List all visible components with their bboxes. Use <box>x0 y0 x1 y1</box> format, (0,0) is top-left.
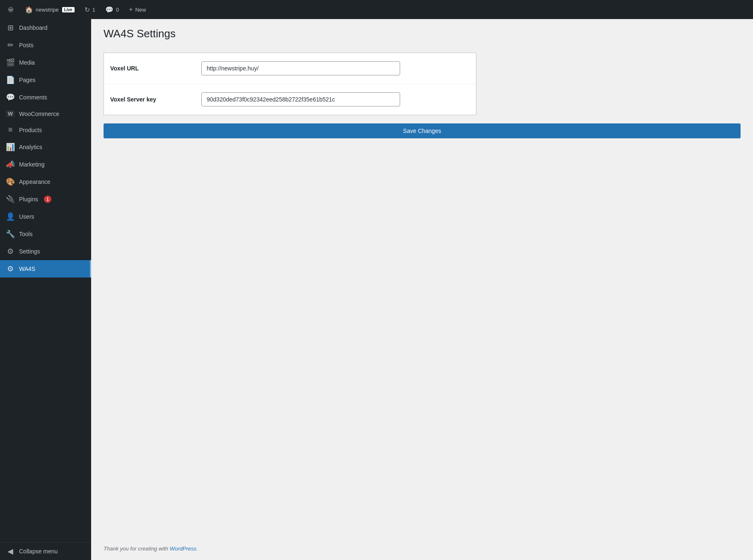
home-icon: 🏠 <box>25 6 33 14</box>
sidebar-item-media[interactable]: 🎬 Media <box>0 54 91 71</box>
comments-bar-item[interactable]: 💬 0 <box>101 0 123 19</box>
page-title: WA4S Settings <box>104 27 741 40</box>
voxel-server-key-label: Voxel Server key <box>110 96 201 103</box>
sidebar-item-analytics[interactable]: 📊 Analytics <box>0 138 91 156</box>
site-name: newstripe <box>36 7 59 13</box>
dashboard-icon: ⊞ <box>6 23 15 32</box>
voxel-url-row: Voxel URL <box>104 53 476 84</box>
site-name-bar-item[interactable]: 🏠 newstripe Live <box>21 0 79 19</box>
plugins-icon: 🔌 <box>6 195 15 204</box>
sidebar-label-marketing: Marketing <box>19 161 44 168</box>
sidebar-label-settings: Settings <box>19 248 40 255</box>
live-badge: Live <box>62 7 75 12</box>
wordpress-link[interactable]: WordPress <box>170 546 196 552</box>
wa4s-icon: ⚙ <box>6 264 15 273</box>
sidebar-item-users[interactable]: 👤 Users <box>0 208 91 225</box>
sidebar-label-products: Products <box>19 127 42 133</box>
voxel-url-input[interactable] <box>201 61 400 75</box>
voxel-server-key-field <box>201 92 400 106</box>
pages-icon: 📄 <box>6 75 15 84</box>
sidebar-item-tools[interactable]: 🔧 Tools <box>0 225 91 243</box>
sidebar-label-users: Users <box>19 213 34 220</box>
sidebar-item-products[interactable]: ≡ Products <box>0 121 91 138</box>
sidebar-label-dashboard: Dashboard <box>19 24 48 31</box>
comments-icon: 💬 <box>6 93 15 102</box>
plus-icon: + <box>129 6 133 13</box>
sidebar: ⊞ Dashboard ✏ Posts 🎬 Media 📄 Pages 💬 Co… <box>0 19 91 560</box>
marketing-icon: 📣 <box>6 160 15 169</box>
voxel-url-label: Voxel URL <box>110 65 201 72</box>
products-icon: ≡ <box>6 126 15 134</box>
sidebar-label-comments: Comments <box>19 94 47 101</box>
updates-count: 1 <box>92 7 95 13</box>
voxel-server-key-input[interactable] <box>201 92 400 106</box>
sidebar-label-appearance: Appearance <box>19 179 51 185</box>
sidebar-label-posts: Posts <box>19 42 34 48</box>
collapse-label: Collapse menu <box>19 548 58 555</box>
sidebar-item-settings[interactable]: ⚙ Settings <box>0 243 91 260</box>
sidebar-item-wa4s[interactable]: ⚙ WA4S <box>0 260 91 278</box>
sidebar-label-analytics: Analytics <box>19 144 42 150</box>
updates-icon: ↻ <box>84 6 90 14</box>
sidebar-label-wa4s: WA4S <box>19 266 35 272</box>
footer-text: Thank you for creating with <box>104 546 170 552</box>
sidebar-item-pages[interactable]: 📄 Pages <box>0 71 91 89</box>
footer: Thank you for creating with WordPress. <box>104 533 741 552</box>
sidebar-item-woocommerce[interactable]: W WooCommerce <box>0 106 91 121</box>
main-content: WA4S Settings Voxel URL Voxel Server key… <box>91 19 753 560</box>
appearance-icon: 🎨 <box>6 177 15 186</box>
sidebar-label-pages: Pages <box>19 77 36 83</box>
sidebar-label-woocommerce: WooCommerce <box>19 111 59 117</box>
settings-panel: Voxel URL Voxel Server key <box>104 53 476 115</box>
voxel-server-key-row: Voxel Server key <box>104 84 476 115</box>
comments-icon: 💬 <box>105 6 113 14</box>
media-icon: 🎬 <box>6 58 15 67</box>
plugins-badge: 1 <box>44 196 51 203</box>
tools-icon: 🔧 <box>6 229 15 239</box>
sidebar-item-appearance[interactable]: 🎨 Appearance <box>0 173 91 191</box>
sidebar-label-tools: Tools <box>19 231 33 237</box>
wp-logo[interactable]: W <box>4 3 17 16</box>
layout: ⊞ Dashboard ✏ Posts 🎬 Media 📄 Pages 💬 Co… <box>0 19 753 560</box>
sidebar-collapse[interactable]: ◀ Collapse menu <box>0 542 91 560</box>
new-label: New <box>135 7 146 13</box>
settings-icon: ⚙ <box>6 247 15 256</box>
svg-text:W: W <box>9 8 12 12</box>
updates-bar-item[interactable]: ↻ 1 <box>80 0 99 19</box>
admin-bar: W 🏠 newstripe Live ↻ 1 💬 0 + New <box>0 0 753 19</box>
sidebar-label-media: Media <box>19 59 35 66</box>
users-icon: 👤 <box>6 212 15 221</box>
collapse-icon: ◀ <box>6 547 15 556</box>
voxel-url-field <box>201 61 400 75</box>
posts-icon: ✏ <box>6 41 15 50</box>
sidebar-item-plugins[interactable]: 🔌 Plugins 1 <box>0 191 91 208</box>
sidebar-label-plugins: Plugins <box>19 196 38 203</box>
woocommerce-icon: W <box>6 110 15 117</box>
save-changes-button[interactable]: Save Changes <box>104 123 741 138</box>
sidebar-item-dashboard[interactable]: ⊞ Dashboard <box>0 19 91 36</box>
sidebar-item-posts[interactable]: ✏ Posts <box>0 36 91 54</box>
sidebar-item-marketing[interactable]: 📣 Marketing <box>0 156 91 173</box>
analytics-icon: 📊 <box>6 142 15 152</box>
comments-count: 0 <box>116 7 119 13</box>
new-bar-item[interactable]: + New <box>125 0 150 19</box>
sidebar-item-comments[interactable]: 💬 Comments <box>0 89 91 106</box>
